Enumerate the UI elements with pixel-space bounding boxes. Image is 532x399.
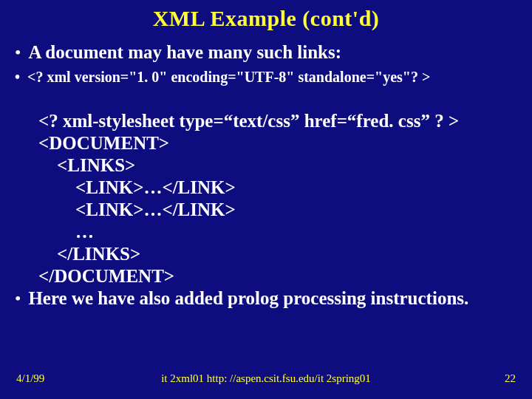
- bullet-text-3: Here we have also added prolog processin…: [28, 287, 468, 310]
- slide-title: XML Example (cont'd): [13, 6, 519, 31]
- footer: 4/1/99 it 2xml01 http: //aspen.csit.fsu.…: [0, 372, 532, 389]
- code-line: </DOCUMENT>: [38, 266, 174, 286]
- code-line: <LINKS>: [38, 155, 135, 175]
- bullet-item-1: • A document may have many such links:: [13, 41, 519, 64]
- code-line: </LINKS>: [38, 244, 140, 264]
- code-line: <DOCUMENT>: [38, 133, 169, 153]
- bullet-dot-icon: •: [15, 68, 20, 86]
- footer-date: 4/1/99: [16, 372, 44, 385]
- bullet-dot-icon: •: [15, 41, 21, 64]
- code-line: <LINK>…</LINK>: [38, 177, 236, 197]
- bullet-item-2: • <? xml version="1. 0" encoding="UTF-8"…: [13, 68, 519, 86]
- bullet-item-3: • Here we have also added prolog process…: [13, 287, 519, 310]
- code-line: …: [38, 222, 94, 242]
- footer-center: it 2xml01 http: //aspen.csit.fsu.edu/it …: [161, 372, 371, 385]
- bullet-text-1: A document may have many such links:: [28, 41, 341, 64]
- code-line: <? xml-stylesheet type=“text/css” href=“…: [38, 111, 459, 131]
- code-line: <LINK>…</LINK>: [38, 200, 236, 219]
- bullet-text-2: <? xml version="1. 0" encoding="UTF-8" s…: [27, 68, 430, 86]
- code-block: <? xml-stylesheet type=“text/css” href=“…: [38, 88, 519, 287]
- bullet-dot-icon: •: [15, 287, 21, 310]
- footer-page-number: 22: [505, 372, 516, 385]
- slide: XML Example (cont'd) • A document may ha…: [0, 0, 532, 399]
